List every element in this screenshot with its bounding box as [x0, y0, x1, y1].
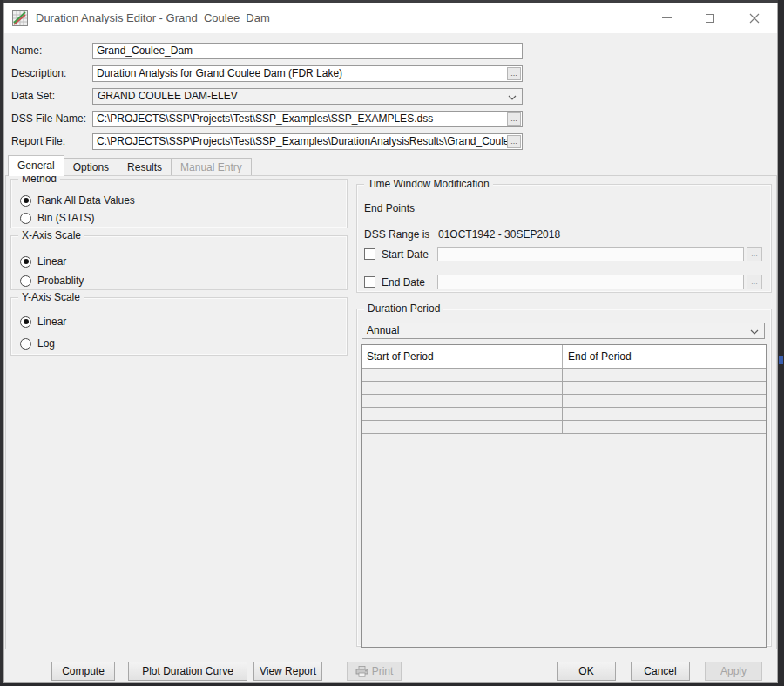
- table-cell[interactable]: [362, 421, 563, 433]
- end-date-browse-button: ...: [747, 275, 762, 289]
- report-file-value: C:\PROJECTS\SSP\Projects\Test\SSP_Exampl…: [97, 135, 515, 147]
- minimize-icon: [662, 17, 672, 18]
- radio-icon: [20, 338, 31, 350]
- radio-y-linear[interactable]: Linear: [20, 313, 66, 330]
- time-window-modification-group: Time Window Modification End Points DSS …: [356, 184, 772, 293]
- compute-button[interactable]: Compute: [51, 662, 115, 681]
- radio-y-log[interactable]: Log: [20, 335, 55, 352]
- apply-button: Apply: [705, 662, 762, 681]
- title-bar[interactable]: Duration Analysis Editor - Grand_Coulee_…: [4, 3, 777, 33]
- table-cell[interactable]: [563, 382, 766, 394]
- table-row: [362, 408, 766, 421]
- table-cell[interactable]: [362, 382, 563, 394]
- dss-file-browse-button[interactable]: ...: [507, 112, 521, 126]
- print-button: Print: [347, 662, 402, 681]
- duration-period-table: Start of Period End of Period: [361, 344, 767, 648]
- table-cell[interactable]: [362, 395, 563, 407]
- time-window-group-title: Time Window Modification: [364, 178, 493, 191]
- tab-general[interactable]: General: [8, 155, 64, 176]
- data-set-select[interactable]: GRAND COULEE DAM-ELEV: [92, 88, 523, 105]
- end-date-input: [437, 275, 744, 289]
- end-points-label: End Points: [364, 202, 415, 214]
- dss-file-input[interactable]: C:\PROJECTS\SSP\Projects\Test\SSP_Exampl…: [92, 111, 523, 127]
- description-label: Description:: [11, 65, 66, 82]
- maximize-button[interactable]: [688, 3, 732, 32]
- chart-icon: [12, 10, 28, 26]
- name-label: Name:: [11, 43, 42, 59]
- radio-x-linear[interactable]: Linear: [20, 253, 66, 270]
- checkbox-icon: [364, 248, 375, 260]
- radio-icon: [20, 316, 31, 328]
- report-file-label: Report File:: [11, 133, 65, 150]
- tab-results[interactable]: Results: [118, 158, 172, 176]
- background-app-artifact: [779, 356, 783, 364]
- dss-file-label: DSS File Name:: [11, 111, 86, 127]
- end-date-checkbox[interactable]: End Date: [364, 275, 425, 289]
- dss-file-value: C:\PROJECTS\SSP\Projects\Test\SSP_Exampl…: [97, 112, 433, 125]
- duration-period-select[interactable]: Annual: [362, 323, 765, 339]
- checkbox-icon: [364, 276, 375, 288]
- y-axis-group-title: Y-Axis Scale: [18, 291, 84, 304]
- background-app-edge-bottom: [0, 683, 784, 686]
- duration-period-group: Duration Period Annual Start of Period E…: [356, 309, 772, 647]
- table-cell[interactable]: [362, 408, 563, 420]
- radio-icon: [20, 213, 31, 224]
- end-of-period-header: End of Period: [563, 345, 766, 368]
- radio-bin-stats[interactable]: Bin (STATS): [20, 209, 95, 227]
- window-title: Duration Analysis Editor - Grand_Coulee_…: [36, 3, 270, 33]
- table-row: [362, 421, 766, 434]
- background-app-edge-right: [778, 0, 784, 686]
- dss-range-label: DSS Range is: [364, 228, 429, 241]
- printer-icon: [355, 666, 368, 677]
- plot-duration-curve-button[interactable]: Plot Duration Curve: [128, 662, 247, 681]
- start-date-checkbox[interactable]: Start Date: [364, 247, 429, 261]
- tab-options[interactable]: Options: [64, 158, 118, 176]
- maximize-icon: [706, 14, 714, 23]
- print-button-label: Print: [372, 662, 394, 680]
- description-browse-button[interactable]: ...: [507, 67, 521, 80]
- radio-icon: [20, 195, 31, 207]
- cancel-button[interactable]: Cancel: [631, 662, 690, 681]
- table-cell[interactable]: [362, 369, 563, 381]
- chevron-down-icon: [750, 329, 759, 335]
- screenshot-stage: Duration Analysis Editor - Grand_Coulee_…: [0, 0, 784, 686]
- tab-manual-entry: Manual Entry: [171, 158, 252, 176]
- name-input[interactable]: Grand_Coulee_Dam: [92, 43, 523, 59]
- view-report-button[interactable]: View Report: [253, 662, 322, 681]
- radio-rank-all-data-values[interactable]: Rank All Data Values: [20, 192, 135, 209]
- duration-period-group-title: Duration Period: [364, 302, 443, 316]
- table-row: [362, 369, 766, 382]
- radio-icon: [20, 275, 31, 287]
- table-row: [362, 382, 766, 395]
- table-cell[interactable]: [563, 421, 766, 433]
- start-date-input: [437, 247, 744, 261]
- duration-analysis-editor-dialog: Duration Analysis Editor - Grand_Coulee_…: [3, 3, 778, 683]
- x-axis-group-title: X-Axis Scale: [18, 229, 84, 242]
- report-file-input[interactable]: C:\PROJECTS\SSP\Projects\Test\SSP_Exampl…: [92, 133, 523, 150]
- data-set-value: GRAND COULEE DAM-ELEV: [98, 90, 238, 102]
- close-icon: [749, 13, 760, 24]
- table-cell[interactable]: [563, 408, 766, 420]
- chevron-down-icon: [508, 95, 517, 100]
- description-value: Duration Analysis for Grand Coulee Dam (…: [97, 67, 342, 79]
- radio-x-probability[interactable]: Probablity: [20, 272, 84, 289]
- tab-bar: General Options Results Manual Entry: [8, 155, 251, 176]
- dss-range-value: 01OCT1942 - 30SEP2018: [438, 228, 560, 241]
- close-button[interactable]: [732, 3, 777, 32]
- start-of-period-header: Start of Period: [362, 345, 563, 368]
- table-cell[interactable]: [563, 395, 766, 407]
- ok-button[interactable]: OK: [557, 662, 616, 681]
- table-cell[interactable]: [563, 369, 766, 381]
- minimize-button[interactable]: [645, 3, 688, 32]
- duration-period-value: Annual: [367, 324, 399, 336]
- radio-icon: [20, 256, 31, 268]
- x-axis-scale-group: X-Axis Scale Linear Probablity: [10, 235, 348, 290]
- start-date-browse-button: ...: [747, 247, 762, 261]
- table-header-row: Start of Period End of Period: [362, 345, 766, 369]
- table-row: [362, 395, 766, 408]
- description-input[interactable]: Duration Analysis for Grand Coulee Dam (…: [92, 65, 523, 82]
- y-axis-scale-group: Y-Axis Scale Linear Log: [10, 297, 348, 356]
- data-set-label: Data Set:: [11, 88, 55, 105]
- method-group: Method Rank All Data Values Bin (STATS): [10, 179, 348, 228]
- report-file-browse-button[interactable]: ...: [507, 135, 521, 148]
